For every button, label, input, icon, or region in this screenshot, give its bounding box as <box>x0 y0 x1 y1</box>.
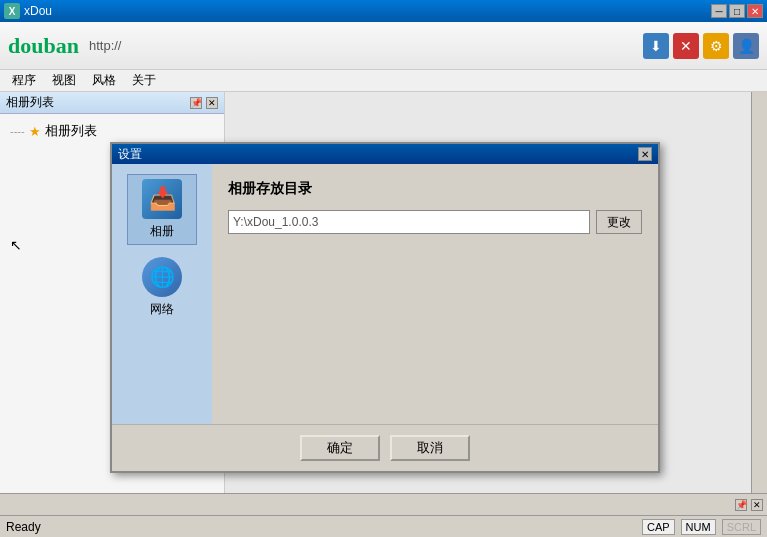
dialog-sidebar-network[interactable]: 🌐 网络 <box>127 253 197 322</box>
toolbar-icons: ⬇ ✕ ⚙ 👤 <box>643 33 759 59</box>
menu-style[interactable]: 风格 <box>84 70 124 91</box>
app-header: douban http:// ⬇ ✕ ⚙ 👤 <box>0 22 767 70</box>
dialog-body: 📥 相册 🌐 网络 相册存放目录 更改 <box>112 164 658 424</box>
maximize-button[interactable]: □ <box>729 4 745 18</box>
dialog-title-text: 设置 <box>118 146 142 163</box>
title-left: X xDou <box>4 3 52 19</box>
num-lock-indicator: NUM <box>681 519 716 535</box>
dialog-overlay: 设置 ✕ 📥 相册 🌐 网络 <box>0 92 767 515</box>
scroll-lock-indicator: SCRL <box>722 519 761 535</box>
status-bar: Ready CAP NUM SCRL <box>0 515 767 537</box>
app-logo: douban http:// <box>8 33 121 59</box>
ok-button[interactable]: 确定 <box>300 435 380 461</box>
content-area: 相册列表 📌 ✕ ---- ★ 相册列表 <box>0 92 767 515</box>
settings-button[interactable]: ⚙ <box>703 33 729 59</box>
menu-bar: 程序 视图 风格 关于 <box>0 70 767 92</box>
dialog-close-button[interactable]: ✕ <box>638 147 652 161</box>
window-title-bar: X xDou ─ □ ✕ <box>0 0 767 22</box>
dialog-content: 相册存放目录 更改 <box>212 164 658 424</box>
dialog-sidebar-album[interactable]: 📥 相册 <box>127 174 197 245</box>
cancel-button[interactable]: 取消 <box>390 435 470 461</box>
settings-dialog: 设置 ✕ 📥 相册 🌐 网络 <box>110 142 660 473</box>
dialog-sidebar: 📥 相册 🌐 网络 <box>112 164 212 424</box>
window-title: xDou <box>24 4 52 18</box>
user-button[interactable]: 👤 <box>733 33 759 59</box>
path-input[interactable] <box>228 210 590 234</box>
album-label: 相册 <box>150 223 174 240</box>
caps-lock-indicator: CAP <box>642 519 675 535</box>
menu-about[interactable]: 关于 <box>124 70 164 91</box>
path-row: 更改 <box>228 210 642 234</box>
app-container: douban http:// ⬇ ✕ ⚙ 👤 程序 视图 风格 关于 相册列表 … <box>0 22 767 515</box>
logo-text: douban <box>8 33 79 59</box>
dialog-footer: 确定 取消 <box>112 424 658 471</box>
menu-view[interactable]: 视图 <box>44 70 84 91</box>
close-button[interactable]: ✕ <box>747 4 763 18</box>
minimize-button[interactable]: ─ <box>711 4 727 18</box>
url-text: http:// <box>89 38 122 53</box>
app-icon: X <box>4 3 20 19</box>
menu-program[interactable]: 程序 <box>4 70 44 91</box>
album-icon: 📥 <box>142 179 182 219</box>
status-ready: Ready <box>6 520 41 534</box>
title-controls: ─ □ ✕ <box>711 4 763 18</box>
network-label: 网络 <box>150 301 174 318</box>
change-button[interactable]: 更改 <box>596 210 642 234</box>
status-keys: CAP NUM SCRL <box>642 519 761 535</box>
network-icon: 🌐 <box>142 257 182 297</box>
dialog-section-title: 相册存放目录 <box>228 180 642 198</box>
dialog-title-bar: 设置 ✕ <box>112 144 658 164</box>
download-button[interactable]: ⬇ <box>643 33 669 59</box>
toolbar-close-button[interactable]: ✕ <box>673 33 699 59</box>
